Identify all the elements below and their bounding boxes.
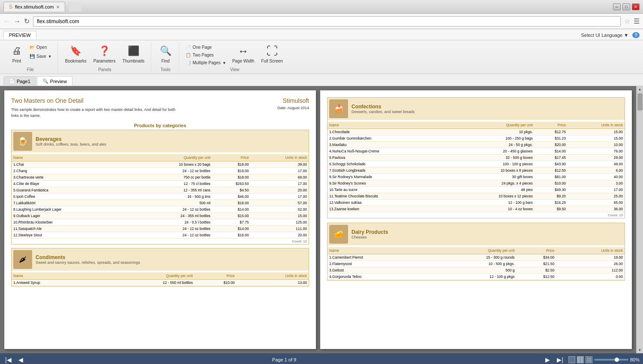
scrollbar-down-arrow[interactable]: ▼ (637, 347, 643, 353)
forward-button[interactable]: → (14, 18, 21, 25)
zoom-thumb[interactable] (615, 358, 619, 362)
bookmarks-button[interactable]: 🔖 Bookmarks (62, 42, 90, 66)
table-row: 7.Lakkalikööri500 ml$18.0057.00 (12, 200, 309, 206)
dairy-table: Name Quantity per unit Price Units in st… (328, 247, 625, 280)
open-button[interactable]: 📂 Open (27, 44, 54, 51)
two-pages-button[interactable]: 📋 Two Pages (183, 51, 228, 59)
back-button[interactable]: ← (3, 18, 10, 25)
tab-favicon: S (9, 4, 12, 10)
condiments-section: 🌶 Condiments Sweet and savory sauces, re… (11, 248, 309, 286)
page-width-button[interactable]: ↔ Page Width (229, 42, 258, 66)
scrollbar-thumb[interactable] (637, 93, 643, 110)
new-tab-button[interactable] (69, 2, 81, 12)
doc-tab-preview[interactable]: 🔍 Preview (37, 76, 72, 86)
condiments-header: 🌶 Condiments Sweet and savory sauces, re… (12, 248, 309, 271)
page-info: Page 1 of 9 (28, 357, 541, 362)
table-row: 11.Teatime Chocolate Biscuits10 boxes x … (328, 193, 625, 200)
confections-name: Confections (352, 104, 415, 110)
single-page-view-icon[interactable] (568, 356, 575, 363)
nav-first-button[interactable]: |◀ (3, 355, 13, 364)
condiments-name: Condiments (36, 254, 140, 260)
find-button[interactable]: 🔍 Find (156, 42, 175, 66)
beverages-table: Name Quantity per unit Price Units in st… (12, 154, 309, 239)
tools-group-label: Tools (156, 66, 175, 72)
report-subtitle-1: This sample demonstrates how to create a… (11, 107, 175, 112)
multiple-pages-button[interactable]: 📑 Multiple Pages ▼ (183, 59, 228, 66)
dairy-name: Dairy Products (352, 229, 388, 235)
page1-icon: 📄 (9, 78, 15, 84)
cond-col-price: Price (195, 272, 237, 280)
browser-tab[interactable]: S flex.stimulsoft.com ✕ (3, 2, 65, 12)
cond-col-qty: Quantity per unit (98, 272, 194, 280)
bookmark-star-icon[interactable]: ☆ (624, 17, 630, 25)
document-tabs: 📄 Page1 🔍 Preview (0, 74, 643, 86)
report-pages-container: Two Masters on One Detail Stimulsoft Thi… (0, 86, 636, 353)
ribbon-tab-preview[interactable]: PREVIEW (3, 31, 36, 39)
report-page-right: 🍰 Confections Desserts, candies, and swe… (320, 90, 632, 349)
save-button[interactable]: 💾 Save ▼ (27, 53, 54, 60)
table-row: 10.Rhönbräu Klosterbier24 - 0.5 l bottle… (12, 219, 309, 226)
table-row: 6.Schoggi Schokolade100 - 100 g pieces$4… (328, 161, 625, 167)
file-group-label: File (7, 66, 54, 72)
table-row: 1.Chocolade10 pkgs.$12.7515.00 (328, 129, 625, 135)
doc-tab-page1[interactable]: 📄 Page1 (3, 76, 36, 86)
one-page-button[interactable]: 📄 One Page (183, 44, 228, 51)
close-button[interactable]: ✕ (632, 3, 640, 10)
table-row: 7.Scottish Longbreads10 boxes x 8 pieces… (328, 167, 625, 174)
dairy-image: 🧀 (329, 225, 348, 244)
two-page-view-icon[interactable] (577, 356, 584, 363)
beverages-name: Beverages (36, 136, 106, 142)
table-row: 4.Gorgonzola Telino12 - 100 g pkgs$12.50… (328, 274, 625, 280)
beverages-header: 🍺 Beverages Soft drinks, coffees, teas, … (12, 130, 309, 152)
thumbnails-button[interactable]: ⬛ Thumbnails (119, 42, 147, 66)
address-input[interactable] (33, 16, 621, 27)
ribbon-group-panels: 🔖 Bookmarks ❓ Parameters ⬛ Thumbnails Pa… (59, 42, 151, 72)
zoom-percentage: 80% (630, 357, 640, 362)
maximize-button[interactable]: □ (622, 3, 630, 10)
two-pages-icon: 📋 (186, 53, 191, 57)
zoom-slider[interactable] (594, 359, 628, 361)
full-screen-icon: ⛶ (265, 44, 279, 58)
grid-view-icon[interactable] (586, 356, 592, 363)
ribbon-group-view: 📄 One Page 📋 Two Pages 📑 Multiple Pages … (180, 42, 289, 72)
page-width-icon: ↔ (236, 44, 250, 58)
full-screen-button[interactable]: ⛶ Full Screen (258, 42, 286, 66)
table-row: 4.NuNuCa Nuß-Nougat-Creme20 - 450 g glas… (328, 148, 625, 155)
table-row: 6.Ipoh Coffee16 - 500 g tins$46.0017.00 (12, 194, 309, 200)
dairy-section: 🧀 Dairy Products Cheeses Name Quantity p… (327, 223, 625, 280)
refresh-button[interactable]: ↻ (24, 17, 30, 25)
table-row: 2.Flatemysost10 - 500 g pkgs.$21.5026.00 (328, 261, 625, 267)
print-button[interactable]: 🖨 Print (7, 42, 27, 66)
window-controls: ─ □ ✕ (613, 3, 640, 10)
table-row: 8.Laughing Lumberjack Lager24 - 12 oz bo… (12, 206, 309, 213)
page-layout-options: 📄 One Page 📋 Two Pages 📑 Multiple Pages … (183, 44, 228, 66)
scrollbar-up-arrow[interactable]: ▲ (637, 86, 643, 92)
condiments-desc: Sweet and savory sauces, relishes, sprea… (36, 260, 140, 265)
confections-header: 🍰 Confections Desserts, candies, and swe… (328, 98, 625, 120)
ribbon-content: 🖨 Print 📂 Open 💾 Save ▼ File (0, 40, 643, 74)
table-row: 12.Valkoinen suklaa12 - 100 g bars$16.25… (328, 200, 625, 206)
nav-last-button[interactable]: ▶| (555, 355, 565, 364)
parameters-button[interactable]: ❓ Parameters (90, 42, 119, 66)
bev-col-name: Name (12, 154, 131, 161)
open-icon: 📂 (30, 45, 35, 50)
minimize-button[interactable]: ─ (613, 3, 621, 10)
nav-prev-button[interactable]: ◀ (17, 355, 25, 364)
conf-col-price: Price (535, 122, 568, 129)
cond-col-name: Name (12, 272, 98, 280)
dairy-col-qty: Quantity per unit (429, 247, 517, 254)
select-language-dropdown[interactable]: Select UI Language ▼ ? (581, 33, 640, 38)
bookmarks-icon: 🔖 (69, 44, 83, 58)
beverages-image: 🍺 (13, 132, 32, 151)
view-group-label: View (183, 66, 286, 72)
dairy-header: 🧀 Dairy Products Cheeses (328, 223, 625, 245)
dairy-col-name: Name (328, 247, 429, 254)
table-row: 3.Maxilaku24 - 50 g pkgs.$20.0010.00 (328, 142, 625, 148)
conf-col-qty: Quantity per unit (449, 122, 535, 129)
tab-close-button[interactable]: ✕ (56, 5, 60, 9)
table-row: 3.Geitost500 g$2.50112.00 (328, 267, 625, 274)
parameters-icon: ❓ (98, 44, 111, 58)
report-subtitle-2: links is the same. (11, 113, 175, 118)
browser-menu-icon[interactable]: ☰ (634, 17, 640, 25)
nav-next-button[interactable]: ▶ (544, 355, 552, 364)
